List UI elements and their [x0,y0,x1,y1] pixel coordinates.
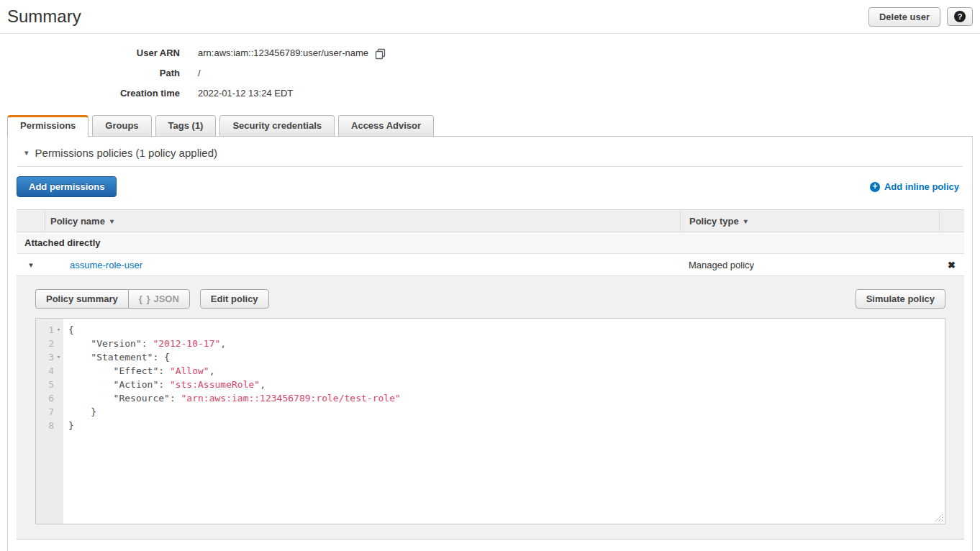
info-value: 2022-01-12 13:24 EDT [198,83,293,104]
row-expander-icon[interactable]: ▾ [17,260,45,270]
editor-gutter: 1▾23▾45678 [36,319,63,524]
policy-type-column-header: Policy type ▾ [680,210,939,232]
copy-icon[interactable] [375,48,386,60]
fold-caret-icon: ▾ [54,350,63,364]
tab-groups[interactable]: Groups [92,115,151,136]
json-view-button[interactable]: { }JSON [128,289,190,309]
gutter-line: 2 [36,337,63,350]
policy-summary-button[interactable]: Policy summary [35,289,128,309]
json-braces-icon: { } [139,293,151,304]
policy-json-editor[interactable]: 1▾23▾45678 { "Version": "2012-10-17", "S… [35,318,945,524]
header-actions: Delete user ? [868,7,973,27]
page-header: Summary Delete user ? [0,0,980,34]
info-label: User ARN [0,43,180,63]
policy-actions-row: Add permissions + Add inline policy [8,167,972,209]
info-value: / [198,63,201,83]
code-line[interactable]: "Resource": "arn:aws:iam::123456789:role… [68,391,945,405]
info-label: Creation time [0,83,180,104]
info-row-user-arn: User ARNarn:aws:iam::123456789:user/user… [0,43,980,63]
gutter-line: 8 [36,419,63,432]
code-line[interactable]: "Action": "sts:AssumeRole", [68,378,945,391]
tab-tags-1[interactable]: Tags (1) [155,115,217,136]
code-line[interactable]: } [68,419,945,432]
simulate-policy-button[interactable]: Simulate policy [856,289,945,309]
info-row-path: Path/ [0,63,980,83]
policy-detail-area: Policy summary { }JSON Edit policy Simul… [17,276,964,539]
sort-caret-icon[interactable]: ▾ [744,217,748,225]
section-title: Permissions policies (1 policy applied) [35,147,217,159]
code-line[interactable]: "Statement": { [68,350,945,364]
policy-name-column-header: Policy name ▾ [45,210,680,232]
tab-security-credentials[interactable]: Security credentials [219,115,335,136]
policy-table: Policy name ▾ Policy type ▾ Attached dir… [17,209,964,539]
editor-code[interactable]: { "Version": "2012-10-17", "Statement": … [63,319,945,524]
code-line[interactable]: { [68,323,945,337]
delete-user-button[interactable]: Delete user [868,7,940,27]
policy-detail-buttons: Policy summary { }JSON Edit policy Simul… [35,289,945,309]
policy-type-header-label: Policy type [689,216,739,227]
attached-directly-group-row: Attached directly [17,232,964,254]
tab-permissions[interactable]: Permissions [7,115,89,137]
plus-circle-icon: + [870,182,880,192]
fold-caret-icon: ▾ [54,323,63,337]
add-inline-policy-link[interactable]: + Add inline policy [870,181,959,192]
info-label: Path [0,63,180,83]
info-row-creation-time: Creation time2022-01-12 13:24 EDT [0,83,980,104]
policy-name-cell: assume-role-user [45,260,680,270]
gutter-line: 4 [36,364,63,378]
policy-name-header-label: Policy name [50,216,105,227]
policy-view-toggle: Policy summary { }JSON [35,289,190,309]
expand-column-header [17,210,45,232]
edit-policy-button[interactable]: Edit policy [200,289,269,309]
collapse-caret-icon[interactable]: ▾ [24,148,29,158]
actions-column-header [939,210,964,232]
editor-resize-handle[interactable] [935,514,943,522]
permissions-panel: ▾ Permissions policies (1 policy applied… [7,137,973,551]
gutter-line: 5 [36,378,63,391]
policy-table-header: Policy name ▾ Policy type ▾ [17,209,964,232]
code-line[interactable]: "Version": "2012-10-17", [68,337,945,350]
tab-bar: PermissionsGroupsTags (1)Security creden… [7,115,973,137]
add-permissions-button[interactable]: Add permissions [17,176,117,197]
sort-caret-icon[interactable]: ▾ [110,217,114,225]
user-info: User ARNarn:aws:iam::123456789:user/user… [0,34,980,104]
gutter-line[interactable]: 3▾ [36,350,63,364]
code-line[interactable]: } [68,405,945,419]
add-inline-policy-label: Add inline policy [884,181,959,192]
help-icon: ? [954,11,966,22]
info-value: arn:aws:iam::123456789:user/user-name [198,43,386,63]
policy-row: ▾ assume-role-user Managed policy ✖ [17,254,964,276]
gutter-line[interactable]: 1▾ [36,323,63,337]
help-button[interactable]: ? [947,7,973,26]
remove-policy-icon[interactable]: ✖ [948,260,956,270]
code-line[interactable]: "Effect": "Allow", [68,364,945,378]
gutter-line: 7 [36,405,63,419]
page-title: Summary [7,6,868,27]
policy-type-cell: Managed policy [680,260,939,270]
tab-access-advisor[interactable]: Access Advisor [338,115,434,136]
policy-name-link[interactable]: assume-role-user [70,260,142,270]
permissions-policies-section-header[interactable]: ▾ Permissions policies (1 policy applied… [8,137,972,166]
json-view-label: JSON [153,293,178,304]
policy-actions-cell: ✖ [939,260,964,270]
gutter-line: 6 [36,391,63,405]
